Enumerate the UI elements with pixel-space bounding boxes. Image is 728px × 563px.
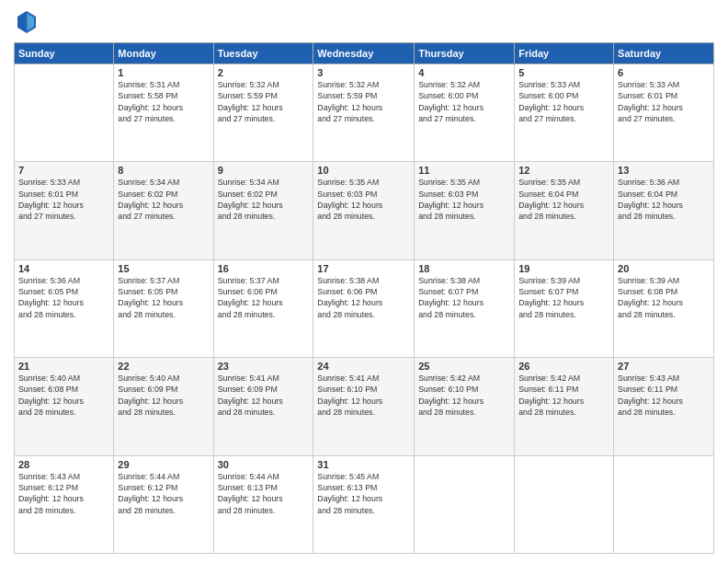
day-number: 20 xyxy=(618,263,710,274)
day-info: Sunrise: 5:39 AM Sunset: 6:08 PM Dayligh… xyxy=(618,275,710,320)
calendar-cell: 20Sunrise: 5:39 AM Sunset: 6:08 PM Dayli… xyxy=(614,259,714,357)
calendar-cell: 25Sunrise: 5:42 AM Sunset: 6:10 PM Dayli… xyxy=(415,358,515,455)
day-number: 26 xyxy=(518,361,609,372)
week-row-4: 21Sunrise: 5:40 AM Sunset: 6:08 PM Dayli… xyxy=(15,358,714,455)
calendar-cell: 1Sunrise: 5:31 AM Sunset: 5:58 PM Daylig… xyxy=(114,64,213,162)
calendar-cell: 15Sunrise: 5:37 AM Sunset: 6:05 PM Dayli… xyxy=(114,259,213,357)
day-number: 3 xyxy=(317,67,410,78)
calendar-cell: 22Sunrise: 5:40 AM Sunset: 6:09 PM Dayli… xyxy=(114,358,213,455)
calendar-cell: 18Sunrise: 5:38 AM Sunset: 6:07 PM Dayli… xyxy=(415,259,515,357)
day-number: 11 xyxy=(418,165,510,176)
calendar-cell: 5Sunrise: 5:33 AM Sunset: 6:00 PM Daylig… xyxy=(515,64,614,162)
day-number: 18 xyxy=(418,263,510,274)
day-header-sunday: Sunday xyxy=(15,43,114,64)
day-number: 1 xyxy=(118,67,209,78)
day-number: 15 xyxy=(118,263,209,274)
day-info: Sunrise: 5:32 AM Sunset: 5:59 PM Dayligh… xyxy=(317,79,410,124)
week-row-1: 1Sunrise: 5:31 AM Sunset: 5:58 PM Daylig… xyxy=(15,64,714,162)
day-number: 8 xyxy=(118,165,209,176)
calendar-cell: 7Sunrise: 5:33 AM Sunset: 6:01 PM Daylig… xyxy=(15,162,114,259)
day-info: Sunrise: 5:34 AM Sunset: 6:02 PM Dayligh… xyxy=(218,177,310,222)
day-info: Sunrise: 5:43 AM Sunset: 6:11 PM Dayligh… xyxy=(618,373,710,418)
day-info: Sunrise: 5:42 AM Sunset: 6:10 PM Dayligh… xyxy=(418,373,510,418)
day-info: Sunrise: 5:34 AM Sunset: 6:02 PM Dayligh… xyxy=(118,177,209,222)
week-row-3: 14Sunrise: 5:36 AM Sunset: 6:05 PM Dayli… xyxy=(15,259,714,357)
calendar-cell: 3Sunrise: 5:32 AM Sunset: 5:59 PM Daylig… xyxy=(313,64,415,162)
day-info: Sunrise: 5:38 AM Sunset: 6:07 PM Dayligh… xyxy=(418,275,510,320)
calendar-cell: 17Sunrise: 5:38 AM Sunset: 6:06 PM Dayli… xyxy=(313,259,415,357)
day-number: 23 xyxy=(218,361,310,372)
calendar-cell: 28Sunrise: 5:43 AM Sunset: 6:12 PM Dayli… xyxy=(15,455,114,553)
day-info: Sunrise: 5:35 AM Sunset: 6:04 PM Dayligh… xyxy=(518,177,609,222)
calendar-cell: 9Sunrise: 5:34 AM Sunset: 6:02 PM Daylig… xyxy=(213,162,313,259)
day-number: 31 xyxy=(317,459,410,470)
day-info: Sunrise: 5:39 AM Sunset: 6:07 PM Dayligh… xyxy=(518,275,609,320)
day-info: Sunrise: 5:41 AM Sunset: 6:10 PM Dayligh… xyxy=(317,373,410,418)
week-row-5: 28Sunrise: 5:43 AM Sunset: 6:12 PM Dayli… xyxy=(15,455,714,553)
calendar-cell: 4Sunrise: 5:32 AM Sunset: 6:00 PM Daylig… xyxy=(415,64,515,162)
calendar-cell: 11Sunrise: 5:35 AM Sunset: 6:03 PM Dayli… xyxy=(415,162,515,259)
calendar-cell: 12Sunrise: 5:35 AM Sunset: 6:04 PM Dayli… xyxy=(515,162,614,259)
day-info: Sunrise: 5:36 AM Sunset: 6:05 PM Dayligh… xyxy=(18,275,109,320)
header xyxy=(14,9,714,35)
day-number: 28 xyxy=(18,459,109,470)
calendar-cell: 21Sunrise: 5:40 AM Sunset: 6:08 PM Dayli… xyxy=(15,358,114,455)
calendar-cell: 29Sunrise: 5:44 AM Sunset: 6:12 PM Dayli… xyxy=(114,455,213,553)
day-number: 16 xyxy=(218,263,310,274)
calendar-cell xyxy=(515,455,614,553)
logo xyxy=(14,9,43,35)
calendar-cell: 6Sunrise: 5:33 AM Sunset: 6:01 PM Daylig… xyxy=(614,64,714,162)
day-info: Sunrise: 5:43 AM Sunset: 6:12 PM Dayligh… xyxy=(18,471,109,516)
day-header-monday: Monday xyxy=(114,43,213,64)
header-row: SundayMondayTuesdayWednesdayThursdayFrid… xyxy=(15,43,714,64)
day-header-wednesday: Wednesday xyxy=(313,43,415,64)
calendar-cell: 23Sunrise: 5:41 AM Sunset: 6:09 PM Dayli… xyxy=(213,358,313,455)
day-info: Sunrise: 5:42 AM Sunset: 6:11 PM Dayligh… xyxy=(518,373,609,418)
day-info: Sunrise: 5:35 AM Sunset: 6:03 PM Dayligh… xyxy=(317,177,410,222)
day-info: Sunrise: 5:41 AM Sunset: 6:09 PM Dayligh… xyxy=(218,373,310,418)
calendar-cell xyxy=(614,455,714,553)
calendar-cell xyxy=(15,64,114,162)
day-header-tuesday: Tuesday xyxy=(213,43,313,64)
day-number: 10 xyxy=(317,165,410,176)
day-info: Sunrise: 5:37 AM Sunset: 6:06 PM Dayligh… xyxy=(218,275,310,320)
day-number: 2 xyxy=(218,67,310,78)
calendar-cell: 2Sunrise: 5:32 AM Sunset: 5:59 PM Daylig… xyxy=(213,64,313,162)
calendar-cell: 10Sunrise: 5:35 AM Sunset: 6:03 PM Dayli… xyxy=(313,162,415,259)
day-number: 14 xyxy=(18,263,109,274)
page-container: SundayMondayTuesdayWednesdayThursdayFrid… xyxy=(0,0,728,563)
day-number: 24 xyxy=(317,361,410,372)
day-info: Sunrise: 5:44 AM Sunset: 6:12 PM Dayligh… xyxy=(118,471,209,516)
calendar-table: SundayMondayTuesdayWednesdayThursdayFrid… xyxy=(14,42,714,554)
day-number: 6 xyxy=(618,67,710,78)
week-row-2: 7Sunrise: 5:33 AM Sunset: 6:01 PM Daylig… xyxy=(15,162,714,259)
calendar-cell: 26Sunrise: 5:42 AM Sunset: 6:11 PM Dayli… xyxy=(515,358,614,455)
day-number: 9 xyxy=(218,165,310,176)
calendar-cell: 24Sunrise: 5:41 AM Sunset: 6:10 PM Dayli… xyxy=(313,358,415,455)
day-number: 19 xyxy=(518,263,609,274)
calendar-cell: 19Sunrise: 5:39 AM Sunset: 6:07 PM Dayli… xyxy=(515,259,614,357)
calendar-cell xyxy=(415,455,515,553)
day-number: 13 xyxy=(618,165,710,176)
day-number: 17 xyxy=(317,263,410,274)
day-info: Sunrise: 5:33 AM Sunset: 6:00 PM Dayligh… xyxy=(518,79,609,124)
day-number: 21 xyxy=(18,361,109,372)
day-number: 27 xyxy=(618,361,710,372)
calendar-cell: 31Sunrise: 5:45 AM Sunset: 6:13 PM Dayli… xyxy=(313,455,415,553)
day-info: Sunrise: 5:40 AM Sunset: 6:08 PM Dayligh… xyxy=(18,373,109,418)
day-number: 22 xyxy=(118,361,209,372)
calendar-cell: 13Sunrise: 5:36 AM Sunset: 6:04 PM Dayli… xyxy=(614,162,714,259)
day-number: 30 xyxy=(218,459,310,470)
day-info: Sunrise: 5:37 AM Sunset: 6:05 PM Dayligh… xyxy=(118,275,209,320)
day-info: Sunrise: 5:40 AM Sunset: 6:09 PM Dayligh… xyxy=(118,373,209,418)
day-info: Sunrise: 5:36 AM Sunset: 6:04 PM Dayligh… xyxy=(618,177,710,222)
day-info: Sunrise: 5:35 AM Sunset: 6:03 PM Dayligh… xyxy=(418,177,510,222)
day-number: 5 xyxy=(518,67,609,78)
day-header-friday: Friday xyxy=(515,43,614,64)
calendar-cell: 27Sunrise: 5:43 AM Sunset: 6:11 PM Dayli… xyxy=(614,358,714,455)
day-info: Sunrise: 5:45 AM Sunset: 6:13 PM Dayligh… xyxy=(317,471,410,516)
day-header-thursday: Thursday xyxy=(415,43,515,64)
day-number: 12 xyxy=(518,165,609,176)
day-info: Sunrise: 5:33 AM Sunset: 6:01 PM Dayligh… xyxy=(18,177,109,222)
logo-icon xyxy=(14,9,40,35)
